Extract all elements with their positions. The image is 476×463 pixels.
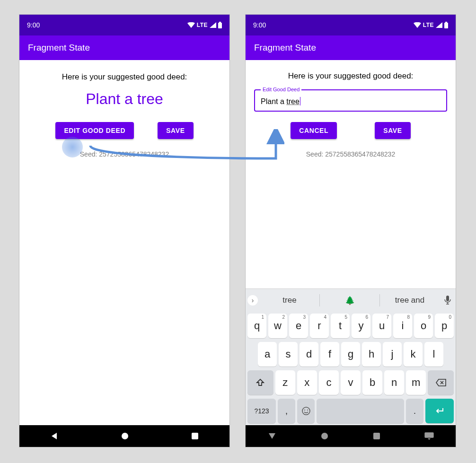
content-area: Here is your suggested good deed: Plant …: [19, 60, 229, 425]
battery-icon: [218, 22, 222, 28]
cell-signal-icon: [210, 22, 216, 28]
save-button[interactable]: SAVE: [158, 122, 194, 139]
cell-signal-icon: [436, 22, 442, 28]
key-s[interactable]: s: [279, 342, 298, 367]
svg-point-12: [321, 433, 328, 439]
system-nav-bar: [246, 425, 456, 447]
nav-home-icon[interactable]: [320, 432, 329, 440]
phone-view-state: 9:00 LTE Fragment State Here is your sug…: [19, 14, 230, 447]
keyboard-hide-icon[interactable]: [424, 432, 434, 440]
nav-back-icon[interactable]: [50, 432, 59, 440]
svg-rect-17: [429, 434, 430, 435]
status-icons: LTE: [187, 22, 222, 28]
battery-icon: [444, 22, 448, 28]
suggested-label: Here is your suggested good deed:: [25, 72, 224, 82]
suggestion-2[interactable]: tree and: [380, 289, 440, 312]
app-title: Fragment State: [254, 43, 316, 53]
key-u[interactable]: u7: [372, 314, 391, 338]
key-b[interactable]: b: [362, 370, 382, 395]
svg-rect-19: [432, 434, 432, 435]
nav-recents-icon[interactable]: [373, 432, 380, 440]
key-k[interactable]: k: [404, 342, 423, 367]
key-y[interactable]: y6: [352, 314, 370, 338]
svg-rect-3: [192, 433, 198, 439]
key-j[interactable]: j: [383, 342, 402, 367]
mic-icon[interactable]: [440, 296, 456, 305]
key-o[interactable]: o9: [414, 314, 433, 338]
button-row: EDIT GOOD DEED SAVE: [25, 122, 224, 139]
key-r[interactable]: r4: [310, 314, 329, 338]
svg-rect-21: [428, 435, 431, 436]
button-row: CANCEL SAVE: [251, 122, 450, 139]
nav-back-icon[interactable]: [268, 432, 276, 440]
svg-rect-5: [445, 22, 447, 23]
wifi-icon: [187, 22, 195, 28]
phone-edit-state: 9:00 LTE Fragment State Here is your sug…: [245, 14, 456, 447]
svg-point-11: [307, 410, 308, 411]
svg-rect-6: [446, 296, 449, 301]
key-z[interactable]: z: [275, 370, 295, 395]
svg-rect-15: [426, 434, 427, 435]
status-bar: 9:00 LTE: [246, 15, 456, 35]
edit-good-deed-button[interactable]: EDIT GOOD DEED: [55, 122, 134, 139]
key-t[interactable]: t5: [331, 314, 350, 338]
key-i[interactable]: i8: [393, 314, 412, 338]
content-area: Here is your suggested good deed: Edit G…: [246, 60, 456, 288]
status-time: 9:00: [253, 21, 266, 29]
svg-point-2: [122, 433, 128, 439]
network-type: LTE: [423, 22, 434, 28]
key-g[interactable]: g: [341, 342, 360, 367]
key-a[interactable]: a: [258, 342, 277, 367]
svg-point-9: [302, 407, 310, 415]
backspace-key[interactable]: [428, 370, 454, 395]
cancel-button[interactable]: CANCEL: [291, 122, 337, 139]
svg-rect-4: [444, 23, 448, 28]
status-time: 9:00: [27, 21, 40, 29]
space-key[interactable]: [317, 399, 404, 423]
symbols-key[interactable]: ?123: [247, 399, 276, 423]
enter-key[interactable]: [425, 399, 454, 423]
svg-rect-1: [219, 22, 221, 23]
nav-recents-icon[interactable]: [191, 432, 199, 440]
shift-key[interactable]: [247, 370, 273, 395]
key-p[interactable]: p0: [435, 314, 454, 338]
suggested-label: Here is your suggested good deed:: [251, 71, 450, 81]
suggestion-expand-button[interactable]: ›: [246, 295, 260, 306]
comma-key[interactable]: ,: [278, 399, 295, 423]
key-c[interactable]: c: [319, 370, 339, 395]
text-caret: [300, 97, 300, 105]
key-f[interactable]: f: [320, 342, 339, 367]
period-key[interactable]: .: [406, 399, 423, 423]
key-l[interactable]: l: [424, 342, 443, 367]
app-bar: Fragment State: [246, 35, 456, 60]
key-n[interactable]: n: [384, 370, 404, 395]
svg-rect-18: [430, 434, 431, 435]
nav-home-icon[interactable]: [121, 432, 129, 440]
svg-point-10: [304, 410, 305, 411]
key-x[interactable]: x: [297, 370, 317, 395]
key-q[interactable]: q1: [247, 314, 266, 338]
key-d[interactable]: d: [300, 342, 318, 367]
svg-rect-20: [426, 435, 427, 436]
save-button[interactable]: SAVE: [375, 122, 411, 139]
key-m[interactable]: m: [406, 370, 426, 395]
svg-rect-13: [373, 433, 380, 439]
key-v[interactable]: v: [341, 370, 361, 395]
field-value: Plant a tree: [261, 97, 300, 106]
soft-keyboard: › tree 🌲 tree and q1w2e3r4t5y6u7i8o9p0 a…: [246, 288, 456, 425]
suggestion-bar: › tree 🌲 tree and: [246, 289, 456, 312]
network-type: LTE: [197, 22, 208, 28]
suggestion-1[interactable]: tree: [260, 289, 319, 312]
status-bar: 9:00 LTE: [19, 15, 229, 35]
key-w[interactable]: w2: [268, 314, 287, 338]
key-h[interactable]: h: [362, 342, 381, 367]
wifi-icon: [414, 22, 421, 28]
deed-display: Plant a tree: [25, 90, 224, 108]
suggestion-emoji[interactable]: 🌲: [320, 289, 379, 312]
system-nav-bar: [19, 425, 229, 447]
app-title: Fragment State: [28, 43, 90, 53]
key-e[interactable]: e3: [289, 314, 308, 338]
emoji-key[interactable]: [297, 399, 315, 423]
svg-rect-0: [218, 23, 222, 28]
edit-good-deed-field[interactable]: Edit Good Deed Plant a tree: [254, 89, 447, 112]
